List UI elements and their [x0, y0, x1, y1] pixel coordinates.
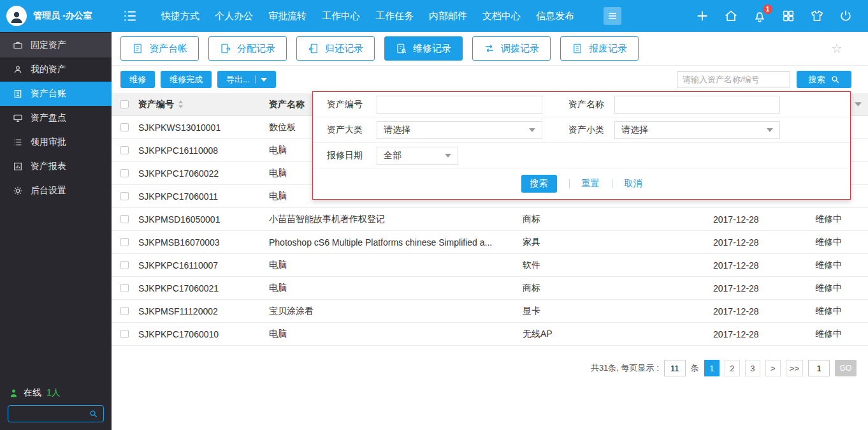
sidebar-item-asset-ledger[interactable]: 资产台账: [0, 82, 112, 106]
cell-category: 无线AP: [523, 329, 713, 340]
column-settings-caret-icon[interactable]: [855, 102, 862, 107]
sidebar: 固定资产 我的资产 资产台账 资产盘点 领用审批: [0, 32, 112, 430]
cell-status: 维修中: [815, 260, 851, 271]
notifications-bell-icon[interactable]: 1: [753, 9, 767, 23]
divider: [612, 179, 612, 188]
sidebar-item-asset-reports[interactable]: 资产报表: [0, 154, 112, 179]
repair-date-select-value: 全部: [384, 150, 401, 161]
page-button-3[interactable]: 3: [745, 360, 760, 376]
table-row: SJKPKPC17060010 电脑 无线AP 2017-12-28 维修中: [112, 323, 868, 346]
tab-label: 报废记录: [589, 43, 627, 55]
page-size-input[interactable]: [664, 360, 686, 376]
tab-label: 分配记录: [237, 43, 275, 55]
go-button[interactable]: GO: [835, 360, 857, 376]
row-checkbox[interactable]: [120, 215, 129, 223]
cell-code: SJKPMSF11120002: [138, 306, 269, 316]
repair-button[interactable]: 维修: [120, 71, 155, 88]
row-checkbox[interactable]: [120, 123, 129, 131]
row-checkbox[interactable]: [120, 192, 129, 200]
chevron-down-icon: [529, 128, 535, 132]
apps-grid-icon[interactable]: [781, 9, 795, 23]
tab-label: 调拨记录: [501, 43, 539, 55]
sidebar-item-requisition-approval[interactable]: 领用审批: [0, 130, 112, 154]
cell-name: 小苗苗智能故事机著作权登记: [269, 214, 523, 225]
last-page-button[interactable]: >>: [786, 360, 803, 376]
cell-name: Photoshop cS6 Multiple Platforms chinese…: [269, 237, 523, 248]
sidebar-item-asset-inventory[interactable]: 资产盘点: [0, 106, 112, 130]
row-checkbox[interactable]: [120, 284, 129, 292]
filter-cancel-button[interactable]: 取消: [625, 178, 642, 189]
user-block[interactable]: 管理员 -办公室: [0, 6, 112, 26]
export-button[interactable]: 导出...: [217, 71, 276, 88]
tab-return-records[interactable]: 归还记录: [296, 36, 375, 61]
cell-category: 显卡: [523, 306, 713, 317]
filter-asset-name-input[interactable]: [614, 96, 780, 114]
category-select[interactable]: 请选择: [377, 121, 542, 139]
power-logout-icon[interactable]: [839, 9, 853, 23]
gear-icon: [13, 186, 23, 196]
tab-allocation-records[interactable]: 分配记录: [208, 36, 287, 61]
subcategory-select[interactable]: 请选择: [614, 121, 780, 139]
online-label: 在线: [24, 387, 41, 399]
repair-done-button[interactable]: 维修完成: [161, 71, 212, 88]
nav-item-personal-office[interactable]: 个人办公: [207, 0, 261, 32]
home-icon[interactable]: [724, 9, 738, 23]
row-checkbox[interactable]: [120, 238, 129, 246]
subcategory-select-value: 请选择: [621, 124, 648, 136]
tab-scrap-records[interactable]: 报废记录: [560, 36, 639, 61]
filter-asset-code-input[interactable]: [377, 96, 542, 114]
chevron-down-icon: [261, 78, 267, 82]
row-checkbox[interactable]: [120, 307, 129, 315]
transfer-arrows-icon: [484, 43, 495, 54]
select-all-checkbox[interactable]: [120, 100, 129, 108]
tab-repair-records[interactable]: 维修记录: [384, 36, 463, 61]
next-page-button[interactable]: >: [765, 360, 781, 376]
tab-asset-ledger[interactable]: 资产台帐: [120, 36, 199, 61]
sidebar-item-my-assets[interactable]: 我的资产: [0, 57, 112, 82]
nav-item-approval-flow[interactable]: 审批流转: [261, 0, 314, 32]
search-button[interactable]: 搜索: [797, 71, 851, 88]
cell-status: 维修中: [815, 306, 851, 317]
cell-code: SJKPKWS13010001: [138, 122, 269, 133]
row-checkbox[interactable]: [120, 261, 129, 269]
collapse-menu-icon[interactable]: [122, 8, 138, 24]
asset-code-label: 资产编号: [313, 99, 377, 110]
goto-page-input[interactable]: [808, 360, 830, 376]
page-button-2[interactable]: 2: [725, 360, 740, 376]
nav-item-work-center[interactable]: 工作中心: [314, 0, 368, 32]
nav-item-shortcuts[interactable]: 快捷方式: [154, 0, 207, 32]
row-checkbox[interactable]: [120, 330, 129, 338]
row-checkbox[interactable]: [120, 146, 129, 154]
subcategory-label: 资产小类: [542, 124, 614, 136]
column-header-code[interactable]: 资产编号: [138, 99, 174, 110]
chevron-down-icon: [767, 128, 773, 132]
row-checkbox[interactable]: [120, 169, 129, 177]
cell-code: SJKPKPC16110008: [138, 145, 269, 156]
nav-item-info-publish[interactable]: 信息发布: [528, 0, 582, 32]
favorite-star-icon[interactable]: ☆: [831, 42, 843, 55]
nav-item-internal-mail[interactable]: 内部邮件: [421, 0, 475, 32]
page-button-1[interactable]: 1: [704, 360, 720, 376]
tab-transfer-records[interactable]: 调拨记录: [472, 36, 551, 61]
sidebar-item-fixed-assets[interactable]: 固定资产: [0, 33, 112, 57]
asset-search-input[interactable]: [677, 71, 790, 87]
more-menu-button[interactable]: [604, 7, 621, 25]
nav-item-work-tasks[interactable]: 工作任务: [368, 0, 421, 32]
filter-reset-button[interactable]: 重置: [582, 178, 600, 189]
return-doc-icon: [308, 43, 319, 54]
plus-icon[interactable]: [695, 9, 709, 23]
top-nav: 快捷方式 个人办公 审批流转 工作中心 工作任务 内部邮件 文档中心 信息发布: [154, 0, 582, 32]
shirt-theme-icon[interactable]: [810, 9, 824, 23]
nav-item-document-center[interactable]: 文档中心: [475, 0, 528, 32]
allocation-doc-icon: [220, 43, 231, 54]
divider: [569, 179, 570, 188]
sidebar-item-backend-settings[interactable]: 后台设置: [0, 179, 112, 203]
advanced-search-panel: 资产编号 资产名称 资产大类 请选择 资产小类 请选择 报修日期: [312, 91, 851, 200]
sort-icon[interactable]: [178, 100, 184, 108]
cell-code: SJKPKPC17060021: [138, 283, 269, 293]
repair-date-select[interactable]: 全部: [377, 147, 458, 165]
cell-code: SJKPKPC17060022: [138, 168, 269, 179]
sidebar-search-input[interactable]: [13, 409, 89, 419]
search-icon: [830, 75, 840, 84]
filter-search-button[interactable]: 搜索: [521, 175, 557, 193]
